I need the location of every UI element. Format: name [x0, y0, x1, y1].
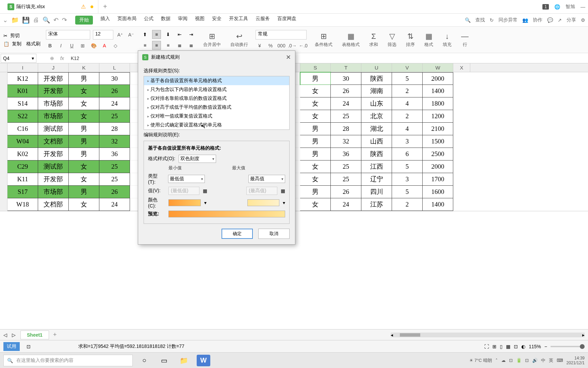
tray-up-icon[interactable]: ˄	[495, 358, 498, 363]
bold-icon[interactable]: B	[46, 42, 54, 50]
cell[interactable]: 女	[300, 97, 331, 110]
filter-button[interactable]: ▽筛选	[386, 31, 398, 49]
col-header[interactable]: S	[300, 63, 331, 72]
col-header[interactable]: I	[7, 63, 38, 72]
menu-tab-视图[interactable]: 视图	[195, 16, 205, 25]
col-header[interactable]: T	[331, 63, 361, 72]
cell[interactable]: 1800	[423, 97, 453, 110]
settings-icon[interactable]: ⚙	[581, 17, 585, 23]
cell[interactable]: 男	[300, 186, 331, 198]
file-tab[interactable]: S 隔行填充.xlsx ⚠	[3, 0, 98, 13]
cell[interactable]: 2500	[423, 148, 453, 160]
ok-button[interactable]: 确定	[222, 229, 253, 239]
copy-icon[interactable]: 📋	[3, 41, 9, 47]
menu-tab-开发工具[interactable]: 开发工具	[229, 16, 248, 25]
cell[interactable]: 开发部	[38, 72, 69, 85]
cell[interactable]: 女	[69, 110, 99, 123]
col-header[interactable]: L	[99, 63, 130, 72]
cell[interactable]: 男	[300, 72, 331, 85]
cell[interactable]: 1400	[423, 85, 453, 97]
cell[interactable]: 市场部	[38, 110, 69, 123]
record-icon[interactable]: ⊡	[27, 344, 31, 349]
ime-cn[interactable]: 中	[541, 357, 545, 364]
sort-button[interactable]: ⇅排序	[404, 31, 417, 49]
align-top-icon[interactable]: ⬆	[141, 30, 149, 39]
max-picker-icon[interactable]: ▦	[281, 188, 285, 194]
zoom-slider[interactable]	[551, 346, 585, 347]
cell[interactable]: 24	[331, 97, 361, 110]
cell[interactable]: 28	[331, 123, 361, 135]
col-header[interactable]: V	[392, 63, 423, 72]
minimize-button[interactable]: —	[581, 4, 585, 10]
fullscreen-icon[interactable]: ⛶	[484, 344, 489, 349]
rule-type-item[interactable]: 使用公式确定要设置格式的单元格	[144, 121, 289, 129]
windows-search[interactable]: 🔍 在这里输入你要搜索的内容	[3, 355, 133, 366]
view-custom-icon[interactable]: ⊡	[514, 344, 518, 349]
save-icon[interactable]: 💾	[22, 16, 30, 24]
share-label[interactable]: 分享	[567, 17, 576, 23]
cell[interactable]: 男	[69, 148, 99, 160]
cell[interactable]: 2100	[423, 123, 453, 135]
cell[interactable]: 女	[300, 173, 331, 186]
cell[interactable]: 3	[392, 135, 423, 148]
dropdown-icon[interactable]: ⌄	[3, 16, 8, 24]
number-format-select[interactable]: 常规	[256, 30, 307, 40]
min-picker-icon[interactable]: ▦	[203, 188, 207, 194]
cell[interactable]: 文档部	[38, 135, 69, 148]
cell[interactable]: 山西	[361, 135, 392, 148]
cell[interactable]: 江西	[361, 160, 392, 173]
decimal-inc-icon[interactable]: .0→	[288, 42, 296, 50]
cell[interactable]: 市场部	[38, 97, 69, 110]
notification-badge[interactable]: 1	[542, 4, 549, 10]
cell[interactable]: 1600	[423, 186, 453, 198]
cell[interactable]: 5	[392, 160, 423, 173]
col-header[interactable]: J	[38, 63, 69, 72]
view-break-icon[interactable]: ▦	[506, 344, 510, 349]
cell[interactable]: C29	[7, 160, 38, 173]
cell[interactable]: 山东	[361, 97, 392, 110]
cell[interactable]: 1200	[423, 110, 453, 123]
cell[interactable]: 32	[331, 135, 361, 148]
font-color-icon[interactable]: A	[100, 42, 109, 50]
format-button[interactable]: ▦格式	[422, 31, 435, 49]
cell[interactable]: W18	[7, 198, 38, 211]
cell[interactable]: 江苏	[361, 198, 392, 211]
username[interactable]: 智旭	[566, 4, 575, 10]
cell[interactable]: 1400	[423, 198, 453, 211]
rule-type-item[interactable]: 仅对高于或低于平均值的数值设置格式	[144, 103, 289, 112]
keyboard-icon[interactable]: ⌨	[557, 358, 563, 363]
preview-icon[interactable]: 🔍	[43, 16, 50, 24]
cell[interactable]: 开发部	[38, 148, 69, 160]
cell[interactable]: K11	[7, 173, 38, 186]
cell[interactable]: 26	[331, 186, 361, 198]
menu-tab-插入[interactable]: 插入	[100, 16, 110, 25]
zoom-value[interactable]: 115%	[529, 344, 541, 349]
cell[interactable]: 24	[99, 97, 130, 110]
fill-button[interactable]: ↓填充	[441, 31, 454, 49]
cell[interactable]: 36	[331, 148, 361, 160]
cell[interactable]: K02	[7, 148, 38, 160]
add-sheet-icon[interactable]: +	[53, 331, 57, 338]
decrease-font-icon[interactable]: A⁻	[127, 31, 135, 39]
collab-label[interactable]: 协作	[533, 17, 542, 23]
cell[interactable]: 陕西	[361, 148, 392, 160]
italic-icon[interactable]: I	[57, 42, 65, 50]
search-label[interactable]: 查找	[475, 17, 485, 23]
col-header[interactable]: K	[69, 63, 99, 72]
tray-icon[interactable]: ⊡	[509, 358, 513, 363]
network-icon[interactable]: ⊡	[525, 358, 529, 363]
comma-icon[interactable]: 000	[277, 42, 285, 50]
zoom-icon[interactable]: ⊕	[50, 56, 54, 61]
max-type-combo[interactable]: 最高值	[248, 175, 285, 183]
battery-icon[interactable]: 🔋	[516, 358, 522, 363]
cell[interactable]: 女	[69, 97, 99, 110]
merge-button[interactable]: ⊞合并居中	[201, 31, 223, 49]
horizontal-scrollbar[interactable]: ◂▸	[391, 333, 585, 337]
cell[interactable]: 36	[99, 148, 130, 160]
cell[interactable]: 2000	[423, 160, 453, 173]
wrap-button[interactable]: ↩自动换行	[228, 31, 250, 49]
rule-type-item[interactable]: 仅对唯一值或重复值设置格式	[144, 112, 289, 121]
cell[interactable]: 女	[69, 160, 99, 173]
cell[interactable]: 四川	[361, 186, 392, 198]
open-icon[interactable]: 📁	[11, 16, 19, 24]
